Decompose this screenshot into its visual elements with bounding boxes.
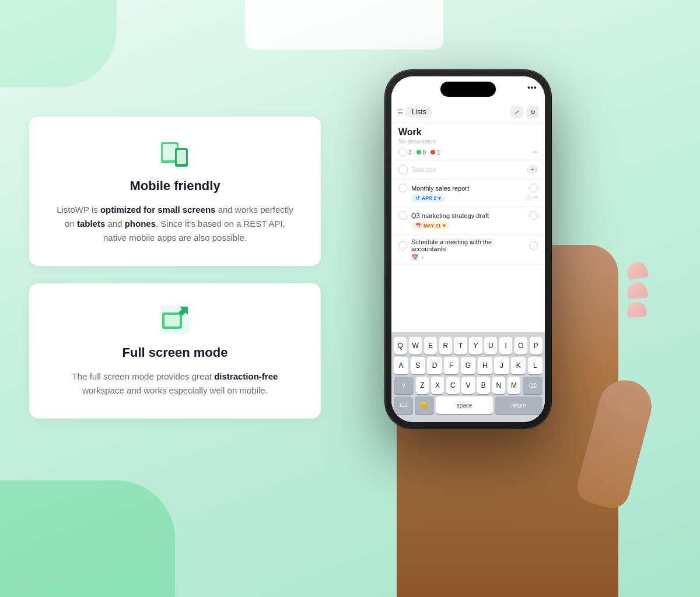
- keyboard-row-4: 123 😊 space return: [394, 396, 542, 414]
- keyboard-row-3: ⇧ Z X C V B N M ⌫: [394, 377, 542, 394]
- shift-key[interactable]: ⇧: [394, 377, 414, 394]
- red-count: 1: [437, 149, 440, 156]
- key-j[interactable]: J: [494, 357, 509, 374]
- key-q[interactable]: Q: [394, 337, 407, 354]
- table-row: Schedule a meeting with the accountants …: [391, 234, 545, 265]
- app-nav-bar: ☰ Lists ⤢ ⚙: [391, 102, 545, 122]
- space-key[interactable]: space: [436, 396, 493, 414]
- key-k[interactable]: K: [511, 357, 526, 374]
- key-s[interactable]: S: [411, 357, 425, 374]
- keyboard-row-1: Q W E R T Y U I O P: [394, 337, 542, 354]
- new-task-row[interactable]: Task title +: [391, 160, 545, 180]
- key-o[interactable]: O: [514, 337, 527, 354]
- key-y[interactable]: Y: [469, 337, 482, 354]
- workspace-header: Work No description: [391, 122, 545, 146]
- dynamic-island: [440, 82, 496, 97]
- chevron-down-icon: ▾: [421, 255, 424, 261]
- key-h[interactable]: H: [478, 357, 492, 374]
- date-label-1: APR 2: [422, 195, 436, 201]
- key-v[interactable]: V: [461, 377, 475, 394]
- notch-area: ●●●: [391, 76, 545, 102]
- bg-blob-bottom: [0, 480, 175, 597]
- key-b[interactable]: B: [477, 377, 490, 394]
- task-title-2: Q3 marketing strategy draft: [411, 212, 525, 219]
- key-l[interactable]: L: [528, 357, 542, 374]
- return-key[interactable]: return: [495, 396, 542, 414]
- key-p[interactable]: P: [530, 337, 542, 354]
- stat-green: 0: [416, 149, 426, 156]
- key-g[interactable]: G: [461, 357, 475, 374]
- keyboard: Q W E R T Y U I O P A: [391, 332, 545, 422]
- task-radio-1[interactable]: [529, 184, 538, 192]
- red-dot: [430, 150, 435, 154]
- app-content: ☰ Lists ⤢ ⚙ Work No description: [391, 102, 545, 422]
- page-root: Mobile friendly ListoWP is optimized for…: [0, 0, 700, 597]
- task-title-1: Monthly sales report: [411, 185, 525, 192]
- svg-rect-6: [164, 315, 180, 326]
- expand-button[interactable]: ⤢: [510, 106, 523, 118]
- task-date-badge-2: 📅 MAY 21 ▾: [411, 222, 450, 230]
- key-n[interactable]: N: [492, 377, 506, 394]
- table-row: Q3 marketing strategy draft 📅 MAY 21 ▾: [391, 207, 545, 234]
- green-count: 0: [423, 149, 426, 156]
- task-radio-3[interactable]: [529, 241, 538, 250]
- date-label-2: MAY 21: [424, 223, 441, 229]
- task-title-3: Schedule a meeting with the accountants: [411, 238, 525, 252]
- key-t[interactable]: T: [454, 337, 467, 354]
- green-dot: [416, 150, 421, 154]
- workspace-description: No description: [398, 138, 538, 145]
- key-x[interactable]: X: [431, 377, 444, 394]
- edit-pencil-icon[interactable]: ✏: [533, 149, 538, 156]
- task-row-2: Q3 marketing strategy draft: [398, 211, 538, 220]
- key-m[interactable]: M: [508, 377, 521, 394]
- key-e[interactable]: E: [424, 337, 437, 354]
- task-list: Monthly sales report ↺ APR 2 ▾: [391, 180, 545, 332]
- settings-button[interactable]: ⚙: [526, 106, 539, 118]
- list-icon: ☰: [397, 108, 403, 116]
- status-right: ●●●: [527, 85, 537, 90]
- svg-rect-3: [177, 150, 186, 164]
- stat-checkmark: 3: [398, 148, 412, 156]
- info-icon[interactable]: ⓘ: [526, 194, 531, 202]
- key-u[interactable]: U: [484, 337, 497, 354]
- numbers-key[interactable]: 123: [394, 396, 413, 414]
- emoji-key[interactable]: 😊: [415, 396, 434, 414]
- task-checkbox-3[interactable]: [398, 241, 407, 250]
- key-i[interactable]: I: [499, 337, 512, 354]
- left-content: Mobile friendly ListoWP is optimized for…: [29, 117, 321, 436]
- add-task-button[interactable]: +: [527, 164, 538, 175]
- key-c[interactable]: C: [446, 377, 460, 394]
- task-meta-2: 📅 MAY 21 ▾: [398, 222, 538, 230]
- task-meta-3: 📅 ▾: [398, 254, 538, 261]
- full-screen-card: Full screen mode The full screen mode pr…: [29, 283, 321, 419]
- task-meta-1: ↺ APR 2 ▾ ⓘ ✏: [398, 194, 538, 202]
- task-date-badge-1: ↺ APR 2 ▾: [411, 194, 445, 202]
- edit-icon-1[interactable]: ✏: [533, 194, 538, 202]
- calendar-icon-3: 📅: [411, 254, 418, 261]
- lists-tab[interactable]: Lists: [406, 106, 432, 118]
- right-section: ●●● ☰ Lists ⤢ ⚙ Work: [350, 70, 700, 595]
- key-r[interactable]: R: [439, 337, 452, 354]
- mobile-friendly-card: Mobile friendly ListoWP is optimized for…: [29, 117, 321, 266]
- task-radio-2[interactable]: [529, 211, 538, 220]
- key-d[interactable]: D: [427, 357, 442, 374]
- task-row-1: Monthly sales report: [398, 184, 538, 192]
- total-count: 3: [408, 149, 412, 156]
- stats-row: 3 0 1 ✏: [391, 146, 545, 160]
- key-a[interactable]: A: [394, 357, 408, 374]
- key-z[interactable]: Z: [416, 377, 429, 394]
- workspace-name: Work: [398, 127, 538, 138]
- task-checkbox-2[interactable]: [398, 211, 407, 220]
- mobile-friendly-desc: ListoWP is optimized for small screens a…: [52, 203, 298, 245]
- task-input-placeholder[interactable]: Task title: [411, 166, 524, 173]
- key-f[interactable]: F: [444, 357, 459, 374]
- top-card-stub: [245, 0, 443, 50]
- mobile-friendly-title: Mobile friendly: [52, 178, 298, 194]
- new-task-radio: [398, 165, 408, 174]
- backspace-key[interactable]: ⌫: [523, 377, 542, 394]
- task-checkbox[interactable]: [398, 184, 407, 192]
- mobile-tablet-icon: [52, 138, 298, 168]
- key-w[interactable]: W: [409, 337, 422, 354]
- svg-rect-1: [163, 144, 177, 160]
- table-row: Monthly sales report ↺ APR 2 ▾: [391, 180, 545, 207]
